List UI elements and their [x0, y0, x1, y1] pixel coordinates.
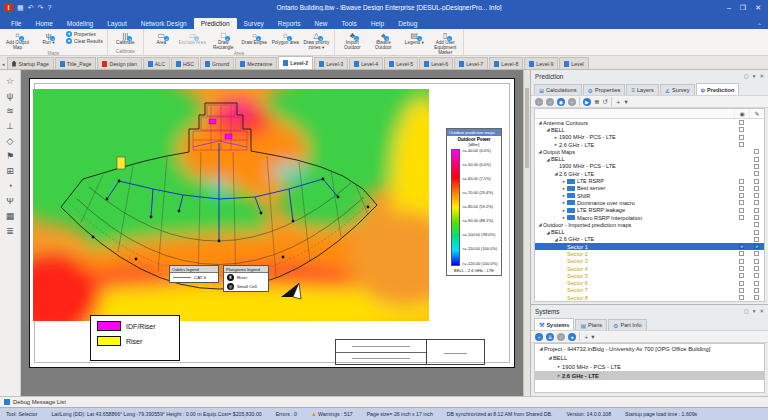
tab-level-3[interactable]: Level-3 [314, 57, 348, 69]
visibility-checkbox[interactable] [739, 120, 744, 125]
list-icon[interactable]: ≣ [594, 98, 599, 106]
systems-tree-row[interactable]: ◢BELL [535, 353, 764, 362]
refresh-icon[interactable]: ● [568, 333, 576, 341]
play-icon[interactable]: ▶ [583, 98, 591, 106]
tab-ground[interactable]: Ground [200, 57, 234, 69]
panel-tab-survey[interactable]: ∡Survey [660, 84, 695, 95]
tree-row[interactable]: ◢BELL [535, 126, 764, 133]
tree-row[interactable]: ◢2.6 GHz - LTE [535, 236, 764, 243]
tree-row[interactable]: Sector 1 [535, 243, 764, 250]
tab-startup-page[interactable]: Startup Page [7, 57, 54, 69]
area-button[interactable]: ▭+Area [146, 30, 177, 51]
pause-icon[interactable]: ○ [546, 98, 554, 106]
menu-item-file[interactable]: File [4, 18, 28, 29]
dropdown-icon[interactable]: ▾ [624, 98, 627, 106]
component-3d-icon[interactable]: ◇ [7, 136, 14, 146]
menu-item-modeling[interactable]: Modeling [60, 18, 100, 29]
flag-marker-icon[interactable]: ⚑ [6, 151, 14, 161]
edit-checkbox[interactable] [754, 281, 759, 286]
tab-level-4[interactable]: Level-4 [349, 57, 383, 69]
save-icon[interactable]: ▦ [17, 3, 24, 12]
tree-row[interactable]: Sector 5 [535, 272, 764, 279]
broadcast-icon[interactable]: Ψ [6, 196, 14, 206]
visibility-checkbox[interactable] [739, 186, 744, 191]
tree-row[interactable]: ◢Output Maps [535, 148, 764, 155]
plus-icon[interactable]: ＋ ▾ [583, 333, 595, 341]
menu-item-reports[interactable]: Reports [271, 18, 308, 29]
visibility-checkbox[interactable] [739, 295, 744, 300]
draw-rectangle-button[interactable]: □+Draw Rectangle [208, 30, 239, 51]
systems-tree-row[interactable]: ▸2.6 GHz - LTE [535, 371, 764, 380]
edit-checkbox[interactable] [754, 266, 759, 271]
tab-level-7[interactable]: Level-7 [454, 57, 488, 69]
prediction-heatmap[interactable]: Cables legend CAT-6 Plangrams legend ♜Ri… [33, 89, 429, 321]
exclude-area-button[interactable]: ▱+Exclude Area [177, 30, 208, 51]
tree-row[interactable]: ◢Outdoor - Imported prediction maps [535, 221, 764, 228]
tree-row[interactable]: ▸2.6 GHz - LTE [535, 141, 764, 148]
edit-checkbox[interactable] [754, 157, 759, 162]
collapse-icon[interactable]: ○ [557, 333, 565, 341]
menu-item-layout[interactable]: Layout [100, 18, 134, 29]
tree-row[interactable]: Sector 4 [535, 265, 764, 272]
cables-icon[interactable]: ≋ [6, 106, 14, 116]
visibility-checkbox[interactable] [739, 259, 744, 264]
maximize-button[interactable]: ❐ [740, 4, 746, 12]
pole-antenna-icon[interactable]: ⊥ [6, 121, 14, 131]
tree-row[interactable]: Sector 6 [535, 280, 764, 287]
outdoor-power-legend[interactable]: Outdoor prediction maps Outdoor Power [d… [446, 128, 502, 276]
tree-row[interactable]: ◢BELL [535, 155, 764, 162]
crosshair-icon[interactable]: ＋ [615, 98, 622, 106]
menu-item-survey[interactable]: Survey [237, 18, 271, 29]
systems-tree-row[interactable]: ▸1900 MHz - PCS - LTE [535, 362, 764, 371]
edit-checkbox[interactable] [754, 230, 759, 235]
visibility-checkbox[interactable] [739, 251, 744, 256]
properties-button[interactable]: ●Properties [66, 31, 103, 37]
panel-tab-prediction[interactable]: ψPrediction [696, 83, 740, 95]
minimize-button[interactable]: – [727, 4, 731, 12]
menu-item-tools[interactable]: Tools [335, 18, 364, 29]
add-user-equipment-marker-button[interactable]: ▯+Add User Equipment Marker [430, 30, 461, 55]
edit-checkbox[interactable] [754, 288, 759, 293]
debug-bar[interactable]: Debug Message List [0, 396, 768, 407]
tab-level-5[interactable]: Level-5 [384, 57, 418, 69]
measure-icon[interactable]: ⊞ [6, 166, 14, 176]
systems-pin-icon[interactable]: ▾ [753, 308, 756, 314]
compass-icon[interactable]: ◔ [7, 181, 12, 191]
visibility-checkbox[interactable] [739, 127, 744, 132]
tab-level[interactable]: Level [559, 57, 588, 69]
tree-row[interactable]: ◢2.6 GHz - LTE [535, 170, 764, 177]
app-logo[interactable]: i [4, 3, 13, 12]
undo-icon[interactable]: ↶ [28, 3, 34, 12]
edit-checkbox[interactable] [754, 251, 759, 256]
branch-icon[interactable]: ⑂ [568, 98, 576, 106]
menu-item-help[interactable]: Help [364, 18, 391, 29]
systems-tree-row[interactable]: ◢Project - IH4732.InBldg - University Av… [535, 344, 764, 353]
add-output-map-button[interactable]: ⌗+Add Output Map [2, 30, 33, 51]
import-outdoor-button[interactable]: ♣+Import Outdoor [337, 30, 368, 55]
edit-checkbox[interactable] [754, 295, 759, 300]
ibwave-outdoor-button[interactable]: ♠+iBwave Outdoor [368, 30, 399, 55]
tree-row[interactable]: Sector 8 [535, 294, 764, 301]
systems-tab-systems[interactable]: ⚒Systems [534, 318, 574, 330]
visibility-checkbox[interactable] [739, 266, 744, 271]
canvas-vertical-scrollbar[interactable] [523, 70, 530, 396]
visibility-checkbox[interactable] [739, 288, 744, 293]
tree-row[interactable]: 1900 MHz - PCS - LTE [535, 163, 764, 170]
edit-checkbox[interactable] [754, 273, 759, 278]
tree-row[interactable]: ▸LTE RSRP [535, 177, 764, 184]
menu-item-prediction[interactable]: Prediction [194, 18, 237, 29]
tab-alc[interactable]: ALC [143, 57, 170, 69]
panel-tab-calculations[interactable]: ⊞Calculations [534, 84, 582, 95]
tree-row[interactable]: ▸SNIR [535, 192, 764, 199]
edit-checkbox[interactable] [754, 186, 759, 191]
tree-row[interactable]: ◢Antenna Contours [535, 119, 764, 126]
panel-close-icon[interactable]: ✕ [759, 73, 764, 79]
run-all-icon[interactable]: ○ [535, 98, 543, 106]
tab-mezzanine[interactable]: Mezzanine [235, 57, 277, 69]
edit-checkbox[interactable] [754, 200, 759, 205]
drawing-canvas[interactable]: Cables legend CAT-6 Plangrams legend ♜Ri… [21, 70, 530, 396]
systems-maximize-icon[interactable]: ◻ [744, 308, 749, 314]
visibility-checkbox[interactable] [739, 208, 744, 213]
edit-checkbox[interactable] [754, 222, 759, 227]
visibility-checkbox[interactable] [739, 244, 744, 249]
